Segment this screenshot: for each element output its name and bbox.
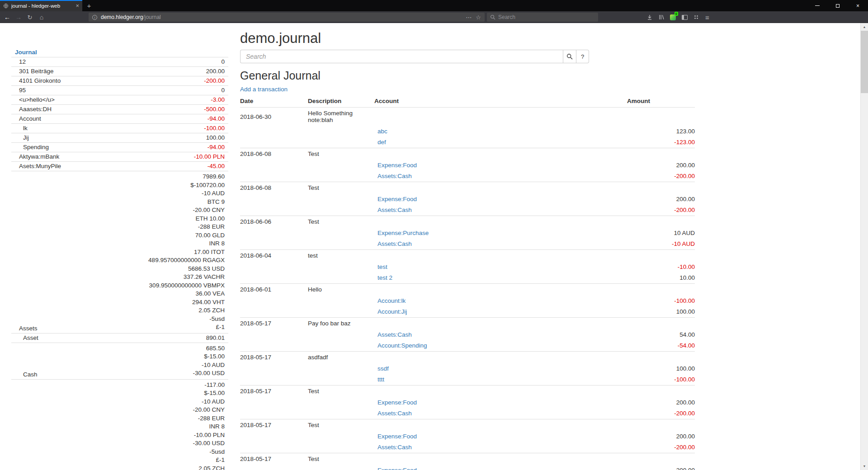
transaction-row: 2018-05-17 Test — [240, 419, 695, 431]
posting-amount: 200.00 — [627, 160, 695, 171]
downloads-button[interactable] — [644, 11, 655, 23]
posting-account-link[interactable]: Assets:Cash — [374, 240, 412, 247]
posting-row: Expense:Food 200.00 — [240, 160, 695, 171]
sidebar-account-link[interactable]: Cash — [23, 371, 38, 378]
site-info-icon[interactable]: i — [92, 15, 97, 20]
journal-search-input[interactable] — [240, 50, 563, 63]
journal-search-button[interactable] — [563, 50, 576, 63]
sidebar-account-link[interactable]: Asets:MunyPile — [19, 163, 61, 169]
sidebar-account-row: <u>hello</u> -3.00 — [11, 95, 228, 105]
posting-row: Assets:Cash -200.00 — [240, 408, 695, 419]
url-path: /journal — [143, 14, 160, 20]
apps-button[interactable] — [690, 11, 702, 23]
reload-button[interactable]: ↻ — [24, 11, 35, 23]
posting-row: Expense:Purchase 10 AUD — [240, 227, 695, 239]
sidebar-account-link[interactable]: Spending — [23, 144, 49, 150]
posting-account-link[interactable]: Expense:Food — [374, 399, 417, 406]
window-restore-button[interactable] — [827, 0, 848, 11]
sidebar-account-link[interactable]: lk — [23, 125, 28, 132]
browser-search-placeholder: Search — [498, 14, 515, 20]
sidebar-account-link[interactable]: <u>hello</u> — [19, 96, 55, 103]
posting-account-link[interactable]: test 2 — [374, 274, 392, 281]
sidebar-toggle-button[interactable] — [679, 11, 690, 23]
posting-amount: 123.00 — [627, 126, 695, 137]
transaction-date: 2018-06-08 — [240, 182, 308, 194]
posting-account-link[interactable]: Expense:Food — [374, 162, 417, 169]
scroll-up-button[interactable]: ▲ — [861, 23, 868, 31]
back-button[interactable]: ← — [2, 11, 13, 23]
sidebar-account-link[interactable]: Asset — [23, 334, 38, 341]
sidebar-toggle-icon — [682, 15, 688, 20]
scroll-down-button[interactable]: ▼ — [861, 462, 868, 470]
add-transaction-link[interactable]: Add a transaction — [240, 86, 288, 93]
posting-account-link[interactable]: Account:lk — [374, 297, 406, 304]
posting-row: Expense:Food 200.00 — [240, 193, 695, 205]
posting-account-link[interactable]: tttt — [374, 376, 384, 383]
transaction-description: Test — [308, 216, 374, 228]
sidebar-account-link[interactable]: 95 — [19, 87, 26, 94]
sidebar-account-balance: -94.00 — [96, 143, 228, 152]
page-actions-icon[interactable]: ⋯ — [462, 14, 476, 21]
posting-amount: 200.00 — [627, 465, 695, 470]
bookmark-star-icon[interactable]: ☆ — [476, 14, 481, 21]
posting-account-link[interactable]: Expense:Food — [374, 433, 417, 440]
posting-account-link[interactable]: Account:Spending — [374, 342, 427, 349]
sidebar-account-link[interactable]: Aaasets:DH — [19, 106, 52, 113]
posting-amount: -10.00 — [627, 261, 695, 273]
journal-nav-link[interactable]: Journal — [15, 49, 37, 56]
posting-account-link[interactable]: def — [374, 139, 386, 146]
sidebar-account-balance: 0 — [96, 57, 228, 67]
posting-account-link[interactable]: Assets:Cash — [374, 444, 412, 451]
posting-account-link[interactable]: abc — [374, 128, 387, 135]
window-minimize-button[interactable] — [807, 0, 827, 11]
restore-icon — [836, 4, 840, 8]
sidebar-account-link[interactable]: 301 Beiträge — [19, 68, 54, 75]
transaction-description: Pay foo bar baz — [308, 318, 374, 329]
accounts-sidebar: Journal 12 0 301 Beiträge 200.00 4101 Gi… — [11, 48, 228, 470]
posting-account-link[interactable]: Assets:Cash — [374, 410, 412, 417]
transaction-date: 2018-05-17 — [240, 385, 308, 397]
posting-account-link[interactable]: test — [374, 263, 387, 270]
new-tab-button[interactable]: + — [82, 0, 96, 11]
browser-search-field[interactable]: Search — [487, 13, 598, 22]
search-help-button[interactable]: ? — [576, 50, 589, 63]
posting-account-link[interactable]: Account:Jij — [374, 308, 407, 315]
sidebar-account-link[interactable]: Jij — [23, 134, 29, 141]
transaction-row: 2018-05-17 Test — [240, 385, 695, 397]
posting-amount: -10 AUD — [627, 239, 695, 250]
sidebar-account-link[interactable]: Aktywa:mBank — [19, 153, 59, 160]
window-close-button[interactable]: × — [848, 0, 868, 11]
address-bar[interactable]: i demo.hledger.org /journal ⋯ ☆ — [89, 13, 485, 22]
transaction-row: 2018-06-06 Test — [240, 216, 695, 228]
sidebar-account-row: Cash 685.50$-15.00-10 AUD-30.00 USD — [11, 343, 228, 379]
sidebar-account-balance: 100.00 — [96, 133, 228, 143]
menu-button[interactable]: ≡ — [702, 11, 713, 23]
posting-account-link[interactable]: ssdf — [374, 365, 389, 372]
sidebar-account-balance: -500.00 — [96, 105, 228, 114]
page-content: Journal 12 0 301 Beiträge 200.00 4101 Gi… — [0, 23, 868, 470]
posting-account-link[interactable]: Expense:Food — [374, 196, 417, 202]
posting-row: test -10.00 — [240, 261, 695, 273]
posting-account-link[interactable]: Assets:Cash — [374, 331, 412, 338]
sidebar-account-link[interactable]: Assets — [19, 325, 38, 332]
posting-account-link[interactable]: Assets:Cash — [374, 207, 412, 213]
forward-button[interactable]: → — [13, 11, 24, 23]
posting-account-link[interactable]: Expense:Food — [374, 467, 417, 470]
scrollbar-thumb[interactable] — [861, 31, 868, 93]
transaction-date: 2018-05-17 — [240, 453, 308, 465]
browser-tab[interactable]: journal - hledger-web × — [0, 0, 82, 11]
sidebar-account-balance: 685.50$-15.00-10 AUD-30.00 USD — [96, 343, 228, 379]
library-button[interactable] — [656, 11, 667, 23]
vertical-scrollbar[interactable]: ▲ ▼ — [860, 23, 868, 470]
sidebar-account-link[interactable]: 4101 Girokonto — [19, 77, 61, 84]
tab-close-icon[interactable]: × — [75, 3, 79, 9]
sidebar-account-link[interactable]: 12 — [19, 58, 26, 65]
extension-button[interactable]: 0 — [667, 11, 679, 23]
transaction-description: test — [308, 250, 374, 262]
home-button[interactable]: ⌂ — [36, 11, 47, 23]
posting-amount: -200.00 — [627, 442, 695, 453]
sidebar-account-link[interactable]: Account — [19, 115, 41, 122]
sidebar-account-balance: -200.00 — [96, 76, 228, 86]
posting-account-link[interactable]: Assets:Cash — [374, 173, 412, 179]
posting-account-link[interactable]: Expense:Purchase — [374, 230, 429, 236]
